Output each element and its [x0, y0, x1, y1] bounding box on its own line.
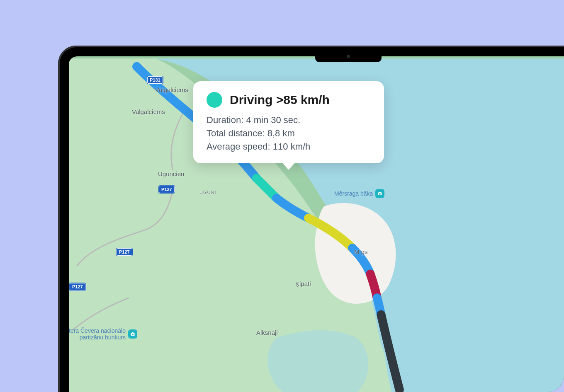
laptop-notch [315, 51, 382, 62]
laptop-bezel: P131 P127 P127 P127 Valgalciems Valgalci… [58, 46, 564, 392]
poi-label: tera Čevera nacionālo partizānu bunkurs [69, 327, 126, 341]
camera-dot-icon [347, 55, 350, 58]
camera-poi-icon [128, 329, 137, 339]
poi-bunker[interactable]: tera Čevera nacionālo partizānu bunkurs [69, 327, 137, 341]
tooltip-title: Driving >85 km/h [230, 93, 330, 107]
road-shield-p127-a: P127 [159, 186, 175, 193]
tooltip-speed: Average speed: 110 km/h [207, 140, 371, 153]
place-ugunciems: Uguņcien [158, 170, 184, 177]
place-kipati: Ķipati [295, 280, 311, 287]
camera-poi-icon [375, 189, 384, 198]
place-mersrags: M gs [354, 248, 368, 255]
speed-category-dot-icon [207, 92, 222, 108]
place-valgalciems-2: Valgalciems [132, 108, 165, 115]
road-shield-p127-c: P127 [70, 283, 85, 290]
road-shield-p131: P131 [147, 76, 163, 84]
poi-label: Mērsraga bāka [334, 190, 373, 197]
place-valgalciems-1: Valgalciems [155, 86, 188, 93]
canvas-frame: P131 P127 P127 P127 Valgalciems Valgalci… [0, 0, 564, 392]
tooltip-header: Driving >85 km/h [207, 92, 371, 108]
poi-mersraga-baka[interactable]: Mērsraga bāka [334, 189, 384, 198]
place-uguni: UGUNI [199, 190, 216, 195]
tooltip-duration: Duration: 4 min 30 sec. [207, 114, 371, 127]
road-shield-p127-b: P127 [117, 248, 132, 256]
place-alksnaji: Alksnāji [256, 329, 278, 336]
map-screen[interactable]: P131 P127 P127 P127 Valgalciems Valgalci… [69, 56, 564, 392]
tooltip-distance: Total distance: 8,8 km [207, 127, 371, 140]
speed-tooltip-card: Driving >85 km/h Duration: 4 min 30 sec.… [193, 81, 384, 163]
marsh-area [267, 330, 368, 392]
